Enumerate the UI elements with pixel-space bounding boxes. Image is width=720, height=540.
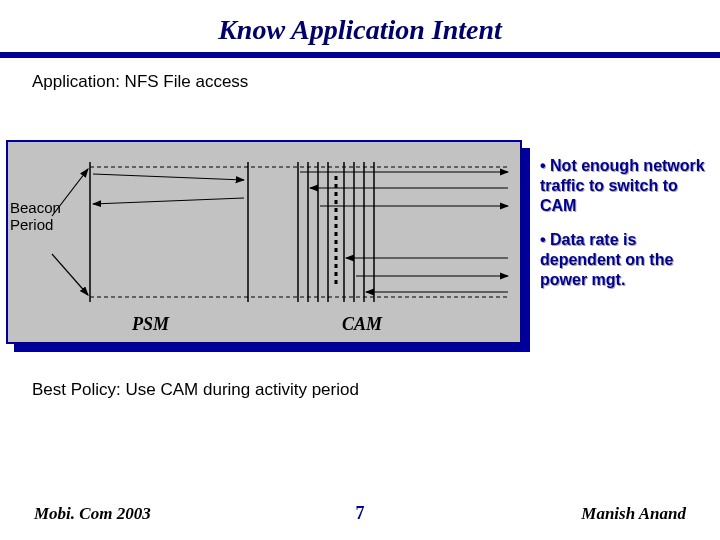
slide-title: Know Application Intent <box>0 0 720 46</box>
best-policy-text: Best Policy: Use CAM during activity per… <box>32 380 359 400</box>
psm-label: PSM <box>132 314 169 335</box>
diagram-panel: Beacon Period PSM CAM <box>6 140 522 344</box>
page-number: 7 <box>356 503 365 524</box>
cam-label: CAM <box>342 314 382 335</box>
bullet-list: Not enough network traffic to switch to … <box>540 156 712 304</box>
svg-line-16 <box>93 198 244 204</box>
svg-line-15 <box>93 174 244 180</box>
bullet-data-rate: Data rate is dependent on the power mgt. <box>540 230 712 290</box>
title-rule <box>0 52 720 58</box>
footer: Mobi. Com 2003 7 Manish Anand <box>0 500 720 524</box>
subtitle: Application: NFS File access <box>32 72 720 92</box>
timing-diagram: Beacon Period PSM CAM <box>6 140 534 356</box>
bullet-not-enough-traffic: Not enough network traffic to switch to … <box>540 156 712 216</box>
beacon-period-label: Beacon Period <box>10 200 70 233</box>
footer-author: Manish Anand <box>581 504 686 524</box>
diagram-svg <box>8 142 524 346</box>
svg-line-14 <box>52 254 88 295</box>
footer-venue: Mobi. Com 2003 <box>34 504 151 524</box>
